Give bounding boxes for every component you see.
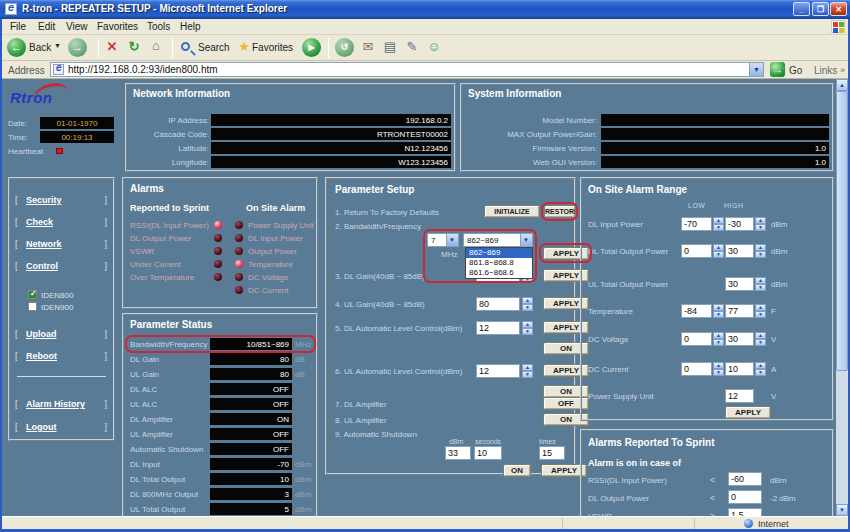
edit-icon[interactable]: ✎ — [404, 39, 420, 55]
ul-alc-spinner[interactable] — [522, 364, 533, 378]
shutdown-dbm-input[interactable] — [445, 446, 471, 460]
address-input[interactable]: http://192.168.0.2:93/iden800.htm ▼ — [50, 62, 764, 77]
field-label: MAX Output Power/Gain: — [464, 130, 597, 139]
iden800-checkbox[interactable] — [28, 290, 37, 299]
back-icon[interactable]: ← — [7, 38, 26, 57]
spinner[interactable] — [755, 217, 766, 231]
scrollbar-thumb[interactable] — [836, 91, 848, 371]
dc-voltage-low[interactable] — [681, 332, 712, 346]
minimize-button[interactable]: _ — [793, 2, 810, 16]
sidebar-item-upload[interactable]: [Upload] — [10, 329, 113, 342]
shutdown-times-input[interactable] — [539, 446, 565, 460]
sidebar-item-security[interactable]: [Security] — [10, 195, 113, 208]
search-icon[interactable] — [181, 42, 190, 51]
dl-output-threshold-input[interactable] — [728, 490, 762, 504]
media-icon[interactable]: ▶ — [302, 38, 321, 57]
spinner[interactable] — [755, 244, 766, 258]
dropdown-option[interactable]: 861.6~868.6 — [466, 268, 532, 278]
dropdown-option[interactable]: 862~869 — [466, 248, 532, 258]
go-label[interactable]: Go — [789, 65, 802, 76]
alarms-panel: Alarms Reported to Sprint On Site Alarm … — [122, 177, 318, 309]
spinner[interactable] — [713, 304, 724, 318]
vswr-threshold-input[interactable] — [728, 508, 762, 516]
dc-current-low[interactable] — [681, 362, 712, 376]
frequency-select[interactable]: 862~869 — [463, 233, 533, 247]
temperature-low[interactable] — [681, 304, 712, 318]
back-label[interactable]: Back — [29, 42, 51, 53]
home-icon[interactable]: ⌂ — [148, 38, 164, 54]
spinner[interactable] — [755, 277, 766, 291]
alarm-label: DC Voltage — [248, 273, 288, 282]
sidebar-item-alarm-history[interactable]: [Alarm History] — [10, 399, 113, 412]
refresh-icon[interactable]: ↻ — [126, 39, 142, 55]
spinner[interactable] — [713, 217, 724, 231]
setup-row5-label: 5. DL Automatic Level Control(dBm) — [335, 324, 462, 333]
spinner[interactable] — [755, 304, 766, 318]
psu-input[interactable] — [725, 389, 754, 403]
apply-range-button[interactable]: APPLY — [725, 406, 771, 419]
dc-current-high[interactable] — [725, 362, 754, 376]
back-dropdown-icon[interactable]: ▼ — [54, 42, 61, 49]
sidebar-item-network[interactable]: [Network] — [10, 239, 113, 252]
maximize-button[interactable]: ❐ — [812, 2, 829, 16]
dl-alc-input[interactable] — [476, 321, 520, 335]
scroll-down-icon[interactable] — [836, 504, 848, 516]
menu-tools[interactable]: Tools — [147, 21, 170, 32]
spinner[interactable] — [755, 362, 766, 376]
vertical-scrollbar[interactable] — [836, 79, 848, 516]
menu-file[interactable]: File — [10, 21, 26, 32]
close-button[interactable]: ✕ — [830, 2, 847, 16]
ul-gain-spinner[interactable] — [522, 297, 533, 311]
sidebar-item-reboot[interactable]: [Reboot] — [10, 351, 113, 364]
dl-alc-spinner[interactable] — [522, 321, 533, 335]
dl-total-high[interactable] — [725, 244, 754, 258]
menu-edit[interactable]: Edit — [38, 21, 55, 32]
stop-icon[interactable]: ✕ — [104, 39, 120, 55]
forward-icon[interactable]: → — [68, 38, 87, 57]
rssi-threshold-input[interactable] — [728, 472, 762, 486]
status-value: OFF — [210, 443, 292, 455]
sidebar: [Security] [Check] [Network] [Control] I… — [8, 177, 115, 441]
temperature-high[interactable] — [725, 304, 754, 318]
dl-input-low[interactable] — [681, 217, 712, 231]
history-icon[interactable]: ↺ — [335, 38, 354, 57]
setup-row6-label: 6. UL Automatic Level Control(dBm) — [335, 367, 462, 376]
dropdown-option[interactable]: 861.8~868.8 — [466, 258, 532, 268]
shutdown-on-button[interactable]: ON — [503, 464, 531, 477]
ul-gain-input[interactable] — [476, 297, 520, 311]
scroll-up-icon[interactable] — [836, 79, 848, 91]
favorites-star-icon[interactable]: ★ — [236, 39, 252, 55]
spinner[interactable] — [713, 362, 724, 376]
spinner[interactable] — [713, 332, 724, 346]
links-label[interactable]: Links — [814, 65, 837, 76]
iden900-checkbox[interactable] — [28, 302, 37, 311]
alarm-led-temperature — [235, 260, 243, 268]
status-label: Automatic Shutdown — [130, 445, 203, 454]
spinner[interactable] — [755, 332, 766, 346]
sidebar-item-control[interactable]: [Control] — [10, 261, 113, 274]
messenger-icon[interactable]: ☺ — [426, 39, 442, 55]
menu-favorites[interactable]: Favorites — [97, 21, 138, 32]
menu-help[interactable]: Help — [180, 21, 201, 32]
shutdown-seconds-input[interactable] — [474, 446, 502, 460]
menu-view[interactable]: View — [66, 21, 88, 32]
print-icon[interactable]: ▤ — [382, 39, 398, 55]
address-dropdown-icon[interactable]: ▼ — [749, 63, 763, 76]
spinner[interactable] — [713, 244, 724, 258]
sidebar-item-check[interactable]: [Check] — [10, 217, 113, 230]
dc-voltage-high[interactable] — [725, 332, 754, 346]
dl-total-low[interactable] — [681, 244, 712, 258]
favorites-label[interactable]: Favorites — [252, 42, 293, 53]
restore-button[interactable]: RESTORE — [544, 205, 576, 218]
sidebar-item-logout[interactable]: [Logout] — [10, 422, 113, 435]
links-chevron-icon[interactable]: » — [840, 65, 845, 75]
go-icon[interactable]: → — [770, 62, 785, 77]
mail-icon[interactable]: ✉ — [360, 39, 376, 55]
initialize-button[interactable]: INITIALIZE — [484, 205, 540, 218]
status-value: 10 — [210, 473, 292, 485]
dl-input-high[interactable] — [725, 217, 754, 231]
search-label[interactable]: Search — [198, 42, 230, 53]
bandwidth-select[interactable]: 7 — [427, 233, 459, 247]
ul-alc-input[interactable] — [476, 364, 520, 378]
ul-total-high[interactable] — [725, 277, 754, 291]
